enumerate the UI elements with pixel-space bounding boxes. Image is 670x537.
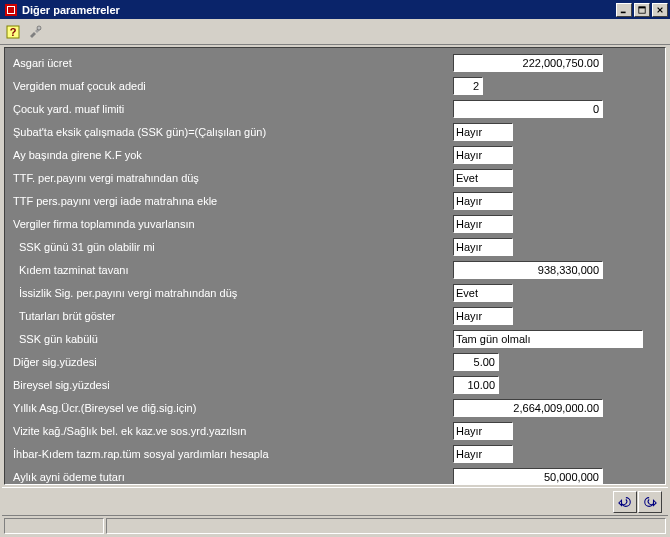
vergiden-muaf-cocuk-input[interactable] [453,77,483,95]
minimize-button[interactable] [616,3,632,17]
subat-eksik-select[interactable] [453,123,513,141]
row-ssk-31: SSK günü 31 gün olabilir mi [13,236,657,258]
toolbar: ? [0,19,670,45]
label: Kıdem tazminat tavanı [13,264,453,276]
label: İhbar-Kıdem tazm.rap.tüm sosyal yardımla… [13,448,453,460]
cocuk-yard-limit-input[interactable] [453,100,603,118]
help-button[interactable]: ? [2,21,24,42]
content-wrap: Asgari ücret Vergiden muaf çocuk adedi Ç… [0,45,670,537]
label: SSK gün kabülü [13,333,453,345]
ssk-gun-kabulu-select[interactable] [453,330,643,348]
label: Aylık ayni ödeme tutarı [13,471,453,483]
label: Asgari ücret [13,57,453,69]
row-vizite-kag: Vizite kağ./Sağlık bel. ek kaz.ve sos.yr… [13,420,657,442]
app-icon [4,3,18,17]
label: Diğer sig.yüzdesi [13,356,453,368]
row-diger-sig-yuzde: Diğer sig.yüzdesi [13,351,657,373]
label: Bireysel sig.yüzdesi [13,379,453,391]
svg-point-8 [37,26,41,30]
ssk-31-select[interactable] [453,238,513,256]
ihbar-kidem-select[interactable] [453,445,513,463]
row-bireysel-sig-yuzde: Bireysel sig.yüzdesi [13,374,657,396]
close-button[interactable] [652,3,668,17]
tools-button[interactable] [24,21,46,42]
label: Çocuk yard. muaf limiti [13,103,453,115]
undo-button[interactable] [613,491,637,513]
row-tutar-brut: Tutarları brüt göster [13,305,657,327]
label: Yıllık Asg.Ücr.(Bireysel ve diğ.sig.için… [13,402,453,414]
label: Şubat'ta eksik çalışmada (SSK gün)=(Çalı… [13,126,453,138]
row-ssk-gun-kabulu: SSK gün kabülü [13,328,657,350]
row-issizlik-vergi-matrah: İssizlik Sig. per.payını vergi matrahınd… [13,282,657,304]
asgari-ucret-input[interactable] [453,54,603,72]
issizlik-vergi-matrah-select[interactable] [453,284,513,302]
row-ttf-per-vergi-matrah: TTF. per.payını vergi matrahından düş [13,167,657,189]
row-asgari-ucret: Asgari ücret [13,52,657,74]
row-yillik-asg-ucr: Yıllık Asg.Ücr.(Bireysel ve diğ.sig.için… [13,397,657,419]
label: SSK günü 31 gün olabilir mi [13,241,453,253]
label: Tutarları brüt göster [13,310,453,322]
status-cell [106,518,666,534]
row-vergiden-muaf-cocuk: Vergiden muaf çocuk adedi [13,75,657,97]
maximize-button[interactable] [634,3,650,17]
window-title: Diğer parametreler [22,4,616,16]
svg-rect-2 [8,7,14,13]
label: Vizite kağ./Sağlık bel. ek kaz.ve sos.yr… [13,425,453,437]
status-cell [4,518,104,534]
redo-button[interactable] [638,491,662,513]
label: TTF. per.payını vergi matrahından düş [13,172,453,184]
svg-text:?: ? [10,26,17,38]
label: İssizlik Sig. per.payını vergi matrahınd… [13,287,453,299]
status-bar [2,515,668,535]
vergiler-yuvarlansin-select[interactable] [453,215,513,233]
row-ttf-pers-vergi-iade: TTF pers.payını vergi iade matrahına ekl… [13,190,657,212]
aylik-ayni-input[interactable] [453,468,603,485]
diger-sig-yuzde-input[interactable] [453,353,499,371]
row-cocuk-yard-limit: Çocuk yard. muaf limiti [13,98,657,120]
yillik-asg-ucr-input[interactable] [453,399,603,417]
row-aylik-ayni: Aylık ayni ödeme tutarı [13,466,657,485]
svg-rect-3 [621,11,626,13]
ay-basinda-kf-select[interactable] [453,146,513,164]
ttf-per-vergi-matrah-select[interactable] [453,169,513,187]
kidem-tavan-input[interactable] [453,261,603,279]
tutar-brut-select[interactable] [453,307,513,325]
svg-rect-5 [639,6,645,8]
label: TTF pers.payını vergi iade matrahına ekl… [13,195,453,207]
ttf-pers-vergi-iade-select[interactable] [453,192,513,210]
row-kidem-tavan: Kıdem tazminat tavanı [13,259,657,281]
label: Ay başında girene K.F yok [13,149,453,161]
label: Vergiler firma toplamında yuvarlansın [13,218,453,230]
window-buttons [616,3,668,17]
row-ay-basinda-kf: Ay başında girene K.F yok [13,144,657,166]
bireysel-sig-yuzde-input[interactable] [453,376,499,394]
form-area: Asgari ücret Vergiden muaf çocuk adedi Ç… [4,47,666,485]
title-bar: Diğer parametreler [0,0,670,19]
row-vergiler-yuvarlansin: Vergiler firma toplamında yuvarlansın [13,213,657,235]
row-ihbar-kidem: İhbar-Kıdem tazm.rap.tüm sosyal yardımla… [13,443,657,465]
label: Vergiden muaf çocuk adedi [13,80,453,92]
vizite-kag-select[interactable] [453,422,513,440]
row-subat-eksik: Şubat'ta eksik çalışmada (SSK gün)=(Çalı… [13,121,657,143]
bottom-bar [2,487,668,515]
